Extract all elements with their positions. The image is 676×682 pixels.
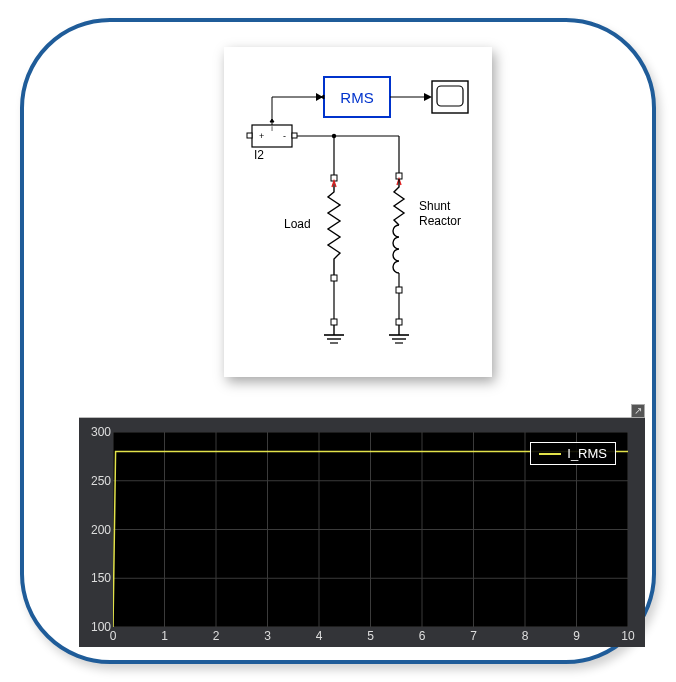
- rounded-frame: RMS + - i I2: [20, 18, 656, 664]
- legend-label: I_RMS: [567, 446, 607, 461]
- simulink-diagram-panel: RMS + - i I2: [224, 47, 492, 377]
- x-tick-label: 4: [316, 629, 323, 643]
- y-tick-label: 300: [81, 425, 111, 439]
- y-tick-label: 150: [81, 571, 111, 585]
- svg-rect-22: [396, 287, 402, 293]
- shunt-inductor-icon: [393, 225, 399, 273]
- y-tick-label: 100: [81, 620, 111, 634]
- x-tick-label: 6: [419, 629, 426, 643]
- svg-rect-5: [292, 133, 297, 138]
- x-tick-label: 9: [573, 629, 580, 643]
- x-tick-label: 1: [161, 629, 168, 643]
- svg-text:+: +: [259, 131, 264, 141]
- x-tick-label: 2: [213, 629, 220, 643]
- x-tick-label: 8: [522, 629, 529, 643]
- svg-rect-14: [331, 319, 337, 325]
- scope-plot-area[interactable]: I_RMS: [113, 432, 628, 627]
- y-tick-label: 200: [81, 523, 111, 537]
- svg-rect-24: [396, 319, 402, 325]
- scope-legend[interactable]: I_RMS: [530, 442, 616, 465]
- load-resistor-icon: [328, 181, 340, 275]
- load-label: Load: [284, 217, 328, 231]
- legend-swatch: [539, 453, 561, 455]
- x-tick-label: 0: [110, 629, 117, 643]
- shunt-label-2: Reactor: [419, 214, 479, 228]
- x-tick-label: 3: [264, 629, 271, 643]
- shunt-resistor-icon: [394, 179, 404, 225]
- maximize-icon[interactable]: ↗: [631, 404, 645, 418]
- scope-screen-icon: [437, 86, 463, 106]
- simulink-diagram-svg: RMS + - i I2: [224, 47, 492, 377]
- svg-text:-: -: [283, 131, 286, 141]
- rms-block-label: RMS: [340, 89, 373, 106]
- y-tick-label: 250: [81, 474, 111, 488]
- x-tick-label: 10: [621, 629, 634, 643]
- x-tick-label: 5: [367, 629, 374, 643]
- shunt-label-1: Shunt: [419, 199, 479, 213]
- svg-rect-4: [247, 133, 252, 138]
- scope-output-panel: ↗ I_RMS 300250200150100 012345678910: [79, 417, 645, 647]
- sensor-label: I2: [254, 148, 294, 162]
- x-tick-label: 7: [470, 629, 477, 643]
- svg-rect-12: [331, 275, 337, 281]
